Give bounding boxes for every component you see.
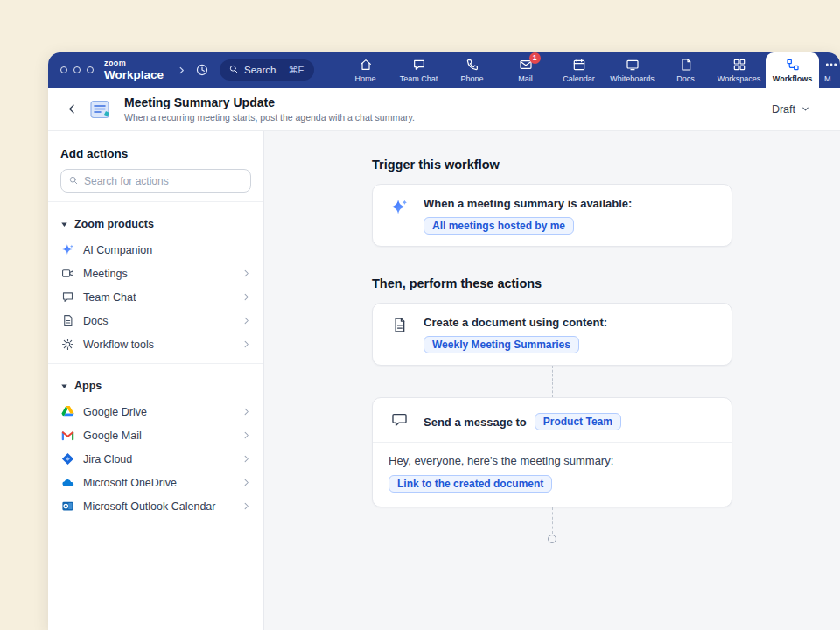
chevron-right-icon — [242, 501, 251, 511]
search-icon — [68, 173, 79, 189]
section-zoom-products[interactable]: Zoom products — [48, 209, 263, 238]
trigger-title: When a meeting summary is available: — [424, 197, 632, 210]
section-apps[interactable]: Apps — [48, 371, 263, 400]
actions-search-box — [60, 169, 251, 192]
message-recipient-pill[interactable]: Product Team — [535, 413, 621, 430]
whiteboard-icon — [626, 58, 640, 72]
sidebar-item-meetings[interactable]: Meetings — [48, 262, 263, 285]
nav-item-calendar[interactable]: Calendar — [552, 52, 606, 88]
actions-sidebar: Add actions Zoom products AI Companion — [48, 131, 264, 630]
nav-item-workspaces[interactable]: Workspaces — [712, 52, 766, 88]
history-icon[interactable] — [193, 60, 211, 80]
google-drive-icon — [60, 405, 74, 419]
nav-item-mail[interactable]: 1 Mail — [499, 52, 552, 88]
divider — [48, 201, 263, 202]
home-icon — [359, 58, 373, 72]
onedrive-icon — [60, 476, 74, 490]
sidebar-item-google-mail[interactable]: Google Mail — [48, 424, 263, 447]
window-controls[interactable] — [60, 66, 94, 74]
more-icon — [824, 58, 838, 72]
chevron-right-icon — [242, 454, 251, 464]
nav-item-phone[interactable]: Phone — [445, 52, 499, 88]
document-content-pill[interactable]: Weekly Meeting Summaries — [424, 336, 579, 354]
divider — [48, 363, 263, 364]
gmail-icon — [60, 429, 74, 443]
trigger-card[interactable]: When a meeting summary is available: All… — [372, 184, 732, 247]
workspaces-icon — [732, 58, 746, 72]
workplace-logo-text: Workplace — [104, 69, 164, 81]
action-card-send-message[interactable]: Send a message to Product Team Hey, ever… — [372, 397, 732, 508]
chat-bubble-icon — [412, 58, 426, 72]
flow-connector-end — [372, 508, 732, 543]
action-card-create-document[interactable]: Create a document using content: Weekly … — [372, 303, 732, 366]
add-step-node[interactable] — [548, 535, 556, 543]
search-shortcut: ⌘F — [288, 65, 304, 76]
flow-connector — [372, 366, 732, 397]
primary-nav-tabs: Home Team Chat Phone 1 Mail — [339, 52, 840, 88]
zoom-workplace-logo[interactable]: zoom Workplace — [104, 60, 164, 81]
nav-item-team-chat[interactable]: Team Chat — [392, 52, 445, 88]
nav-item-workflows-active[interactable]: Workflows — [766, 52, 819, 88]
nav-item-home[interactable]: Home — [339, 52, 392, 88]
chat-bubble-icon — [388, 410, 410, 428]
chevron-right-icon — [242, 292, 251, 302]
chevron-right-icon — [242, 478, 251, 487]
sidebar-item-docs[interactable]: Docs — [48, 309, 263, 332]
window-close-button[interactable] — [60, 66, 67, 74]
sidebar-item-google-drive[interactable]: Google Drive — [48, 400, 263, 424]
trigger-scope-pill[interactable]: All meetings hosted by me — [424, 217, 574, 234]
chat-bubble-icon — [60, 290, 74, 304]
message-link-pill[interactable]: Link to the created document — [388, 475, 552, 493]
chevron-right-icon — [242, 316, 251, 326]
sidebar-item-microsoft-onedrive[interactable]: Microsoft OneDrive — [48, 471, 263, 494]
chevron-right-icon — [242, 430, 251, 440]
sidebar-item-workflow-tools[interactable]: Workflow tools — [48, 332, 263, 356]
message-body-text: Hey, everyone, here's the meeting summar… — [388, 454, 716, 467]
ai-sparkle-icon — [388, 197, 410, 217]
chevron-down-icon — [801, 102, 810, 117]
app-window: zoom Workplace Search ⌘F Home — [48, 52, 840, 630]
workflow-summary-icon — [89, 99, 114, 120]
chevron-right-icon — [242, 340, 251, 349]
trigger-heading: Trigger this workflow — [372, 158, 732, 172]
workflow-title: Meeting Summary Update — [124, 95, 415, 109]
window-minimize-button[interactable] — [74, 66, 80, 74]
nav-item-whiteboards[interactable]: Whiteboards — [606, 52, 659, 88]
ai-sparkle-icon — [60, 243, 74, 257]
gear-icon — [60, 338, 74, 352]
nav-item-more-partial[interactable]: M — [819, 52, 840, 88]
dashed-line — [552, 508, 553, 534]
zoom-logo-text: zoom — [104, 60, 164, 67]
top-navigation-bar: zoom Workplace Search ⌘F Home — [48, 52, 840, 88]
workflow-subtitle: When a recurring meeting starts, post th… — [124, 112, 415, 122]
mail-unread-badge: 1 — [529, 52, 541, 64]
sidebar-title: Add actions — [48, 144, 263, 169]
chevron-right-icon — [242, 269, 251, 278]
search-label: Search — [244, 65, 276, 75]
sidebar-item-team-chat[interactable]: Team Chat — [48, 285, 263, 309]
dashed-line — [552, 366, 553, 397]
document-icon — [679, 58, 693, 72]
caret-down-icon — [60, 378, 68, 394]
caret-down-icon — [60, 216, 68, 232]
sidebar-item-jira-cloud[interactable]: Jira Cloud — [48, 447, 263, 471]
calendar-icon — [572, 58, 586, 72]
video-camera-icon — [60, 267, 74, 281]
back-button[interactable] — [66, 102, 79, 116]
status-label: Draft — [772, 103, 795, 116]
outlook-calendar-icon — [60, 500, 74, 514]
phone-icon — [466, 58, 480, 72]
window-maximize-button[interactable] — [87, 66, 94, 74]
global-search-button[interactable]: Search ⌘F — [220, 60, 314, 80]
collapse-chevron-icon[interactable] — [172, 60, 190, 80]
sidebar-item-ai-companion[interactable]: AI Companion — [48, 238, 263, 262]
workflow-header: Meeting Summary Update When a recurring … — [48, 88, 840, 131]
workflow-title-block: Meeting Summary Update When a recurring … — [124, 95, 415, 122]
actions-search-input[interactable] — [84, 175, 243, 187]
nav-item-docs[interactable]: Docs — [659, 52, 712, 88]
sidebar-item-microsoft-outlook-calendar[interactable]: Microsoft Outlook Calendar — [48, 494, 263, 518]
jira-icon — [60, 452, 74, 466]
mail-icon: 1 — [519, 58, 533, 72]
status-dropdown[interactable]: Draft — [765, 97, 817, 122]
action-document-title: Create a document using content: — [424, 316, 607, 329]
